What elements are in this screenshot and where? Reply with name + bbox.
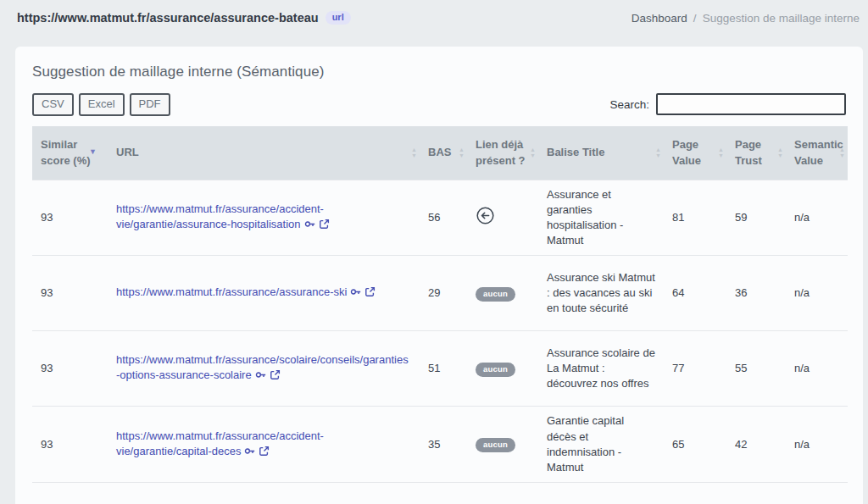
table-body: 93 https://www.matmut.fr/assurance/accid… <box>32 180 848 483</box>
breadcrumb-current: Suggestion de maillage interne <box>703 12 860 25</box>
search-group: Search: <box>609 93 846 115</box>
main-panel: Suggestion de maillage interne (Sémantiq… <box>15 47 863 504</box>
breadcrumb-separator: / <box>693 12 697 25</box>
export-buttons: CSV Excel PDF <box>32 93 170 116</box>
header-page-trust[interactable]: Page Trust ▲▼ <box>726 126 786 180</box>
external-link-icon[interactable] <box>364 286 376 302</box>
cell-page-value: 81 <box>664 180 726 256</box>
header-balise-label: Balise Title <box>547 146 604 158</box>
sort-icon[interactable]: ▲▼ <box>411 147 418 159</box>
cell-similar-score: 93 <box>32 180 108 256</box>
cell-url: https://www.matmut.fr/assurance/accident… <box>108 407 420 483</box>
cell-similar-score: 93 <box>32 331 108 407</box>
cell-page-trust: 59 <box>726 180 786 256</box>
header-semantic-label: Semantic Value <box>794 138 843 168</box>
sort-icon[interactable]: ▲▼ <box>530 147 537 159</box>
suggested-url-link[interactable]: https://www.matmut.fr/assurance/accident… <box>116 429 324 457</box>
export-pdf-button[interactable]: PDF <box>130 93 170 116</box>
cell-bas: 51 <box>420 331 467 407</box>
search-input[interactable] <box>656 93 846 115</box>
header-lien-label: Lien déjà présent ? <box>476 138 526 168</box>
external-link-icon[interactable] <box>319 219 330 234</box>
cell-bas: 29 <box>420 256 467 331</box>
cell-page-trust: 42 <box>726 407 786 483</box>
header-bas-label: BAS <box>428 146 451 158</box>
url-type-badge: url <box>326 11 351 25</box>
cell-page-value: 64 <box>664 256 726 331</box>
aucun-badge: aucun <box>476 438 515 452</box>
key-icon[interactable] <box>304 219 315 234</box>
table-row: 93 https://www.matmut.fr/assurance/accid… <box>32 180 848 256</box>
toolbar: CSV Excel PDF Search: <box>32 93 846 116</box>
suggested-url-link[interactable]: https://www.matmut.fr/assurance/assuranc… <box>116 285 347 298</box>
sort-icon[interactable]: ▲▼ <box>655 147 662 159</box>
export-csv-button[interactable]: CSV <box>32 93 74 116</box>
aucun-badge: aucun <box>476 363 515 377</box>
cell-balise-title: Garantie capital décès et indemnisation … <box>538 407 664 483</box>
header-balise-title[interactable]: Balise Title ▲▼ <box>538 126 664 180</box>
search-label: Search: <box>609 98 649 111</box>
cell-semantic-value: n/a <box>786 331 848 407</box>
cell-page-value: 65 <box>664 407 726 483</box>
cell-semantic-value: n/a <box>786 256 848 331</box>
suggestions-table: Similar score (%) ▼ URL ▲▼ BAS ▲▼ Lien d… <box>32 126 848 484</box>
cell-balise-title: Assurance ski Matmut : des vacances au s… <box>538 256 664 331</box>
suggested-url-link[interactable]: https://www.matmut.fr/assurance/accident… <box>116 202 324 230</box>
sort-icon[interactable]: ▲▼ <box>459 147 465 159</box>
header-page-value[interactable]: Page Value ▲▼ <box>664 126 726 180</box>
analyzed-url: https://www.matmut.fr/assurance/assuranc… <box>17 11 319 25</box>
sort-icon[interactable]: ▲▼ <box>777 147 784 159</box>
aucun-badge: aucun <box>476 287 515 302</box>
header-similar-score-label: Similar score (%) <box>41 138 91 168</box>
existing-backlink-icon[interactable] <box>476 206 495 230</box>
external-link-icon[interactable] <box>270 369 281 385</box>
breadcrumb: Dashboard / Suggestion de maillage inter… <box>632 12 860 25</box>
sort-icon[interactable]: ▲▼ <box>718 147 725 159</box>
cell-similar-score: 93 <box>32 256 108 331</box>
cell-url: https://www.matmut.fr/assurance/scolaire… <box>108 331 420 407</box>
key-icon[interactable] <box>255 369 266 385</box>
cell-similar-score: 93 <box>32 407 108 483</box>
table-header: Similar score (%) ▼ URL ▲▼ BAS ▲▼ Lien d… <box>32 126 848 180</box>
sort-icon[interactable]: ▲▼ <box>839 147 846 159</box>
header-bas[interactable]: BAS ▲▼ <box>420 126 467 180</box>
cell-lien-deja-present: aucun <box>467 256 538 331</box>
topbar: https://www.matmut.fr/assurance/assuranc… <box>0 0 868 36</box>
table-row: 93 https://www.matmut.fr/assurance/assur… <box>32 256 848 331</box>
header-semantic-value[interactable]: Semantic Value ▲▼ <box>786 126 848 180</box>
cell-balise-title: Assurance et garanties hospitalisation -… <box>538 180 664 256</box>
table-row: 93 https://www.matmut.fr/assurance/scola… <box>32 331 848 407</box>
key-icon[interactable] <box>244 446 255 461</box>
cell-bas: 56 <box>420 180 467 256</box>
breadcrumb-dashboard[interactable]: Dashboard <box>632 12 687 25</box>
cell-lien-deja-present: aucun <box>467 407 538 483</box>
header-similar-score[interactable]: Similar score (%) ▼ <box>32 126 108 180</box>
cell-balise-title: Assurance scolaire de La Matmut : découv… <box>538 331 664 407</box>
key-icon[interactable] <box>350 286 361 302</box>
header-page-trust-label: Page Trust <box>735 138 762 168</box>
header-page-value-label: Page Value <box>672 138 701 168</box>
export-excel-button[interactable]: Excel <box>79 93 125 116</box>
external-link-icon[interactable] <box>259 446 270 461</box>
page-title: Suggestion de maillage interne (Sémantiq… <box>32 64 846 80</box>
cell-lien-deja-present: aucun <box>467 331 538 407</box>
cell-lien-deja-present <box>467 180 538 256</box>
cell-page-trust: 55 <box>726 331 786 407</box>
cell-bas: 35 <box>420 407 467 483</box>
cell-url: https://www.matmut.fr/assurance/accident… <box>108 180 420 256</box>
header-url[interactable]: URL ▲▼ <box>108 126 420 180</box>
table-row: 93 https://www.matmut.fr/assurance/accid… <box>32 407 848 483</box>
cell-page-value: 77 <box>664 331 726 407</box>
analyzed-url-group: https://www.matmut.fr/assurance/assuranc… <box>17 11 351 25</box>
sort-descending-icon[interactable]: ▼ <box>89 147 97 158</box>
header-lien-deja-present[interactable]: Lien déjà présent ? ▲▼ <box>467 126 538 180</box>
cell-semantic-value: n/a <box>786 407 848 483</box>
header-url-label: URL <box>116 146 139 158</box>
cell-semantic-value: n/a <box>786 180 848 256</box>
cell-url: https://www.matmut.fr/assurance/assuranc… <box>108 256 420 331</box>
cell-page-trust: 36 <box>726 256 786 331</box>
